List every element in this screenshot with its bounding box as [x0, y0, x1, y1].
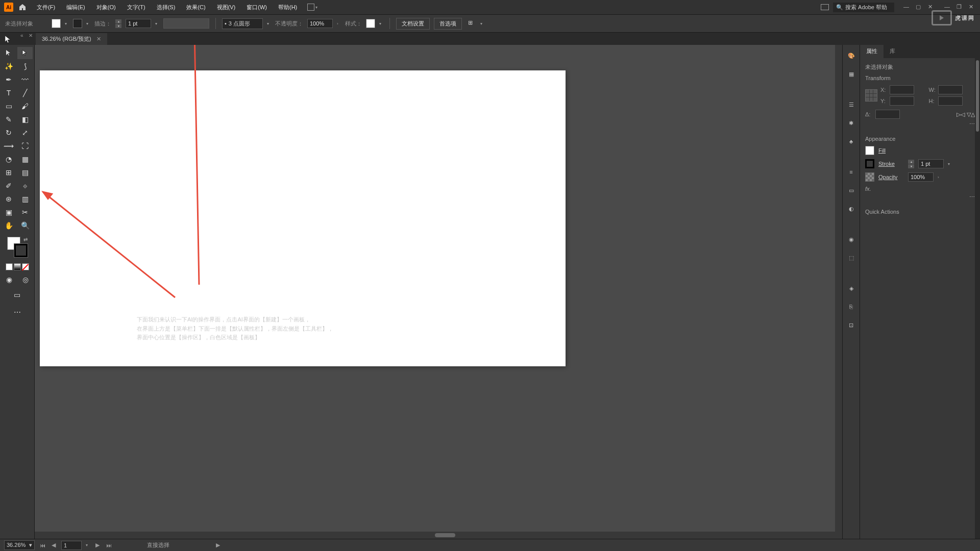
menu-effect[interactable]: 效果(C): [181, 2, 210, 13]
y-input[interactable]: [890, 96, 914, 106]
panel-scrollbar[interactable]: [975, 45, 980, 539]
app-minimize-icon[interactable]: —: [944, 4, 951, 11]
flip-horizontal-icon[interactable]: ▷◁: [957, 111, 965, 118]
shape-builder-tool[interactable]: ◔: [1, 153, 16, 165]
vertical-scrollbar[interactable]: [835, 45, 842, 539]
asset-export-panel-icon[interactable]: ⊡: [846, 319, 857, 331]
brush-dropdown[interactable]: ▾: [267, 21, 271, 26]
minimize-icon[interactable]: —: [903, 4, 911, 11]
tab-close-icon[interactable]: ✕: [96, 36, 101, 42]
align-icon[interactable]: ⊞: [468, 19, 476, 28]
color-panel-icon[interactable]: 🎨: [846, 50, 857, 61]
stroke-val-dropdown[interactable]: ▾: [948, 162, 952, 166]
arrange-dropdown[interactable]: ▾: [315, 5, 320, 10]
pen-tool[interactable]: ✒: [1, 73, 16, 86]
menu-file[interactable]: 文件(F): [32, 2, 60, 13]
symbols-panel-icon[interactable]: ✱: [846, 117, 857, 129]
magic-wand-tool[interactable]: ✨: [1, 60, 16, 72]
color-mode-solid[interactable]: [6, 263, 13, 270]
direct-selection-tool[interactable]: [17, 47, 33, 59]
style-swatch[interactable]: [366, 19, 375, 28]
next-artboard-button[interactable]: ▶: [94, 542, 101, 548]
menu-edit[interactable]: 编辑(E): [61, 2, 90, 13]
swatches-panel-icon[interactable]: ▦: [846, 68, 857, 80]
asset-panel-icon[interactable]: ▭: [846, 185, 857, 196]
scale-tool[interactable]: ⤢: [17, 127, 33, 139]
transform-more-icon[interactable]: ⋯: [969, 121, 975, 127]
menu-select[interactable]: 选择(S): [152, 2, 181, 13]
horizontal-scrollbar[interactable]: [35, 532, 835, 539]
last-artboard-button[interactable]: ⏭: [105, 542, 112, 548]
mesh-tool[interactable]: ⊞: [1, 166, 16, 179]
zoom-select[interactable]: 36.26%▾: [4, 540, 35, 550]
line-tool[interactable]: ╱: [17, 87, 33, 99]
screen-mode[interactable]: ▭: [10, 289, 25, 301]
curvature-tool[interactable]: 〰: [17, 73, 33, 86]
layers2-panel-icon[interactable]: ◈: [846, 283, 857, 294]
stroke-stepper-panel[interactable]: ▴▾: [908, 160, 914, 168]
menu-help[interactable]: 帮助(H): [273, 2, 302, 13]
first-artboard-button[interactable]: ⏮: [39, 542, 46, 548]
opacity-dropdown-panel[interactable]: ›: [938, 175, 942, 180]
edit-toolbar[interactable]: ⋯: [10, 306, 25, 318]
libraries-panel-icon[interactable]: ⎘: [846, 301, 857, 312]
home-icon[interactable]: [17, 2, 28, 12]
tab-libraries[interactable]: 库: [884, 45, 901, 58]
fill-stroke-indicator[interactable]: ⇄: [7, 237, 28, 257]
opacity-swatch-panel[interactable]: [865, 172, 874, 182]
slice-tool[interactable]: ✂: [17, 206, 33, 218]
reference-point[interactable]: [865, 89, 877, 102]
maximize-icon[interactable]: ▢: [916, 4, 923, 11]
stroke-panel-icon[interactable]: ♣: [846, 136, 857, 147]
rectangle-tool[interactable]: ▭: [1, 100, 16, 112]
style-dropdown[interactable]: ▾: [379, 21, 383, 26]
inner-close-icon[interactable]: ✕: [928, 4, 935, 11]
lasso-tool[interactable]: ⟆: [17, 60, 33, 72]
eraser-tool[interactable]: ◧: [17, 113, 33, 126]
fill-swatch-panel[interactable]: [865, 146, 874, 155]
artboard-tool[interactable]: ▣: [1, 206, 16, 218]
stroke-stepper[interactable]: ▴▾: [115, 19, 121, 28]
brushes-panel-icon[interactable]: ☰: [846, 99, 857, 110]
menu-view[interactable]: 视图(V): [212, 2, 241, 13]
zoom-tool[interactable]: 🔍: [17, 219, 33, 232]
paintbrush-tool[interactable]: 🖌: [17, 100, 33, 112]
stroke-weight-dropdown[interactable]: ▾: [155, 21, 159, 26]
fill-dropdown[interactable]: ▾: [65, 21, 69, 26]
app-maximize-icon[interactable]: ❐: [957, 4, 964, 11]
type-tool[interactable]: T: [1, 87, 16, 99]
h-input[interactable]: [938, 96, 963, 106]
stroke-weight-input[interactable]: 1 pt: [126, 19, 151, 28]
menu-object[interactable]: 对象(O): [91, 2, 121, 13]
color-mode-gradient[interactable]: [14, 263, 21, 270]
opacity-input[interactable]: 100%: [307, 19, 333, 28]
app-close-icon[interactable]: ✕: [969, 4, 976, 11]
search-box[interactable]: 🔍 搜索 Adobe 帮助: [833, 3, 894, 12]
eyedropper-tool[interactable]: ✐: [1, 180, 16, 192]
prefs-button[interactable]: 首选项: [434, 18, 462, 30]
document-tab[interactable]: 36.26% (RGB/预览) ✕: [36, 33, 107, 45]
layers-panel-icon[interactable]: ≡: [846, 166, 857, 178]
brush-select[interactable]: •3 点圆形: [222, 18, 263, 29]
fx-button[interactable]: fx.: [865, 186, 975, 192]
appearance-more-icon[interactable]: ⋯: [969, 194, 975, 200]
status-play-icon[interactable]: ▶: [214, 542, 222, 548]
angle-input[interactable]: [875, 110, 900, 119]
opacity-label-panel[interactable]: Opacity: [878, 174, 904, 180]
canvas-area[interactable]: 下面我们来认识一下AI的操作界面，点击AI界面的【新建】一个画板， 在界面上方是…: [35, 45, 842, 539]
fill-label[interactable]: Fill: [878, 147, 904, 154]
stroke-swatch-panel[interactable]: [865, 159, 874, 168]
stroke-dropdown[interactable]: ▾: [86, 21, 90, 26]
perspective-tool[interactable]: ▦: [17, 153, 33, 165]
x-input[interactable]: [890, 85, 914, 94]
tab-properties[interactable]: 属性: [860, 45, 884, 58]
graphic-styles-panel-icon[interactable]: ⬚: [846, 252, 857, 263]
draw-mode-normal[interactable]: ◉: [2, 273, 17, 286]
hand-tool[interactable]: ✋: [1, 219, 16, 232]
opacity-dropdown[interactable]: ›: [337, 21, 341, 26]
stroke-swatch[interactable]: [73, 19, 82, 28]
prev-artboard-button[interactable]: ◀: [50, 542, 57, 548]
var-width-profile[interactable]: [163, 18, 209, 29]
stroke-color[interactable]: [14, 244, 28, 257]
shaper-tool[interactable]: ✎: [1, 113, 16, 126]
